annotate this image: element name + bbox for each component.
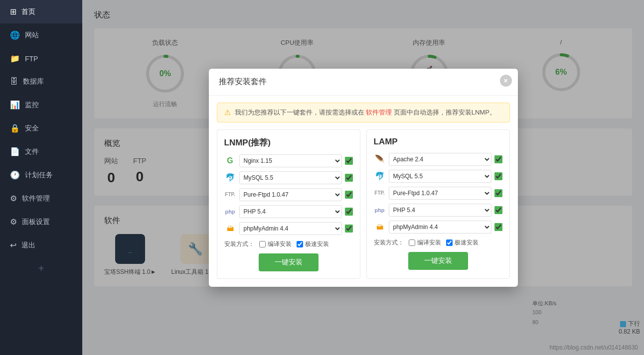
sidebar: ⊞ 首页 🌐 网站 📁 FTP 🗄 数据库 📊 监控 🔒 安全 📄 文件 🕐 计… bbox=[0, 0, 82, 355]
lamp-ftp-select[interactable]: Pure-Ftpd 1.0.47 bbox=[389, 187, 491, 200]
lnmp-compile-check[interactable] bbox=[259, 241, 266, 247]
sidebar-item-settings[interactable]: ⚙ 面板设置 bbox=[0, 210, 82, 234]
lamp-phpmyadmin-check[interactable] bbox=[494, 223, 502, 231]
lamp-method-label: 安装方式： bbox=[374, 238, 404, 247]
lamp-phpmyadmin-select[interactable]: phpMyAdmin 4.4 phpMyAdmin 4.8 bbox=[389, 221, 491, 234]
lnmp-fast-option: 极速安装 bbox=[297, 240, 329, 248]
lnmp-fast-label: 极速安装 bbox=[305, 240, 329, 248]
ftp-icon: 📁 bbox=[10, 54, 20, 63]
lnmp-mysql-row: 🐬 MySQL 5.5 MySQL 5.6 MySQL 5.7 bbox=[224, 171, 353, 184]
lamp-php-icon: php bbox=[374, 204, 386, 216]
install-panels: LNMP(推荐) G Nginx 1.15 Nginx 1.14 Nginx 1… bbox=[209, 129, 518, 287]
sidebar-item-label: 网站 bbox=[25, 31, 39, 40]
security-icon: 🔒 bbox=[10, 123, 20, 133]
sidebar-item-label: 首页 bbox=[21, 7, 35, 16]
lnmp-ftp-select[interactable]: Pure-Ftpd 1.0.47 bbox=[239, 188, 342, 201]
sidebar-item-software[interactable]: ⚙ 软件管理 bbox=[0, 187, 82, 210]
sidebar-item-label: 计划任务 bbox=[25, 171, 53, 180]
lamp-compile-check[interactable] bbox=[409, 239, 415, 246]
lnmp-install-method: 安装方式： 编译安装 极速安装 bbox=[224, 240, 353, 248]
lnmp-php-row: php PHP 5.4 PHP 7.0 PHP 7.2 bbox=[224, 205, 353, 218]
lamp-php-check[interactable] bbox=[494, 206, 502, 214]
sidebar-item-cron[interactable]: 🕐 计划任务 bbox=[0, 163, 82, 187]
lnmp-ftp-icon: FTP. bbox=[224, 189, 236, 201]
cron-icon: 🕐 bbox=[10, 170, 20, 180]
lnmp-panel: LNMP(推荐) G Nginx 1.15 Nginx 1.14 Nginx 1… bbox=[217, 129, 360, 279]
home-icon: ⊞ bbox=[10, 7, 16, 16]
sidebar-item-label: 监控 bbox=[25, 101, 39, 110]
software-icon: ⚙ bbox=[10, 194, 17, 203]
sidebar-item-label: FTP bbox=[25, 55, 38, 63]
warning-icon: ⚠ bbox=[224, 108, 231, 117]
lnmp-php-select[interactable]: PHP 5.4 PHP 7.0 PHP 7.2 bbox=[239, 205, 342, 218]
sidebar-item-home[interactable]: ⊞ 首页 bbox=[0, 0, 82, 23]
modal-dialog: 推荐安装套件 × ⚠ 我们为您推荐以下一键套件，请按需选择或在 软件管理 页面中… bbox=[209, 69, 518, 287]
sidebar-item-label: 退出 bbox=[21, 241, 35, 250]
sidebar-item-website[interactable]: 🌐 网站 bbox=[0, 23, 82, 47]
sidebar-item-monitor[interactable]: 📊 监控 bbox=[0, 93, 82, 117]
lnmp-phpmyadmin-icon: 🏔 bbox=[224, 223, 236, 235]
logout-icon: ↩ bbox=[10, 240, 16, 250]
main-content: 状态 负载状态 0% 运行流畅 CPU使用率 bbox=[82, 0, 644, 355]
lnmp-mysql-select[interactable]: MySQL 5.5 MySQL 5.6 MySQL 5.7 bbox=[239, 171, 342, 184]
modal-close-button[interactable]: × bbox=[500, 75, 512, 87]
website-icon: 🌐 bbox=[10, 30, 20, 40]
files-icon: 📄 bbox=[10, 147, 20, 156]
lnmp-php-check[interactable] bbox=[345, 208, 353, 216]
lnmp-fast-check[interactable] bbox=[297, 241, 303, 247]
lnmp-nginx-select[interactable]: Nginx 1.15 Nginx 1.14 Nginx 1.12 bbox=[239, 154, 342, 167]
lamp-mysql-icon: 🐬 bbox=[374, 170, 386, 182]
sidebar-item-label: 软件管理 bbox=[22, 194, 50, 203]
lamp-mysql-check[interactable] bbox=[494, 172, 502, 180]
database-icon: 🗄 bbox=[10, 77, 18, 86]
lamp-phpmyadmin-icon: 🏔 bbox=[374, 221, 386, 233]
apache-icon: 🪶 bbox=[374, 153, 386, 165]
lamp-ftp-check[interactable] bbox=[494, 189, 502, 197]
lamp-fast-label: 极速安装 bbox=[455, 238, 479, 247]
sidebar-item-ftp[interactable]: 📁 FTP bbox=[0, 47, 82, 70]
lamp-compile-label: 编译安装 bbox=[417, 238, 441, 247]
lnmp-phpmyadmin-check[interactable] bbox=[345, 225, 353, 233]
sidebar-item-database[interactable]: 🗄 数据库 bbox=[0, 70, 82, 93]
lnmp-nginx-check[interactable] bbox=[345, 157, 353, 165]
lamp-install-button[interactable]: 一键安装 bbox=[408, 252, 468, 270]
monitor-icon: 📊 bbox=[10, 100, 20, 110]
lamp-ftp-icon: FTP. bbox=[374, 187, 386, 199]
sidebar-item-label: 安全 bbox=[25, 124, 39, 133]
lamp-ftp-row: FTP. Pure-Ftpd 1.0.47 bbox=[374, 187, 502, 200]
sidebar-item-files[interactable]: 📄 文件 bbox=[0, 140, 82, 163]
lamp-install-method: 安装方式： 编译安装 极速安装 bbox=[374, 238, 502, 247]
sidebar-add-button[interactable]: + bbox=[0, 257, 82, 280]
warning-link[interactable]: 软件管理 bbox=[366, 109, 392, 116]
lnmp-install-button[interactable]: 一键安装 bbox=[259, 253, 319, 271]
lamp-compile-option: 编译安装 bbox=[409, 238, 441, 247]
warning-text: 我们为您推荐以下一键套件，请按需选择或在 软件管理 页面中自动选择，推荐安装LN… bbox=[235, 108, 496, 117]
lamp-apache-check[interactable] bbox=[494, 155, 502, 163]
lnmp-compile-option: 编译安装 bbox=[259, 240, 292, 248]
lamp-php-row: php PHP 5.4 PHP 7.0 PHP 7.2 bbox=[374, 204, 502, 217]
lnmp-compile-label: 编译安装 bbox=[268, 240, 292, 248]
sidebar-item-label: 文件 bbox=[25, 147, 39, 156]
nginx-icon: G bbox=[224, 155, 236, 167]
lnmp-ftp-check[interactable] bbox=[345, 191, 353, 199]
lamp-php-select[interactable]: PHP 5.4 PHP 7.0 PHP 7.2 bbox=[389, 204, 491, 217]
sidebar-item-security[interactable]: 🔒 安全 bbox=[0, 117, 82, 140]
lnmp-php-icon: php bbox=[224, 206, 236, 218]
sidebar-item-logout[interactable]: ↩ 退出 bbox=[0, 234, 82, 257]
lamp-fast-check[interactable] bbox=[446, 239, 453, 246]
modal-header: 推荐安装套件 bbox=[209, 69, 518, 96]
warning-bar: ⚠ 我们为您推荐以下一键套件，请按需选择或在 软件管理 页面中自动选择，推荐安装… bbox=[217, 103, 510, 122]
modal-overlay: 推荐安装套件 × ⚠ 我们为您推荐以下一键套件，请按需选择或在 软件管理 页面中… bbox=[82, 0, 644, 355]
lnmp-ftp-row: FTP. Pure-Ftpd 1.0.47 bbox=[224, 188, 353, 201]
lnmp-phpmyadmin-row: 🏔 phpMyAdmin 4.4 phpMyAdmin 4.8 bbox=[224, 222, 353, 235]
lnmp-mysql-check[interactable] bbox=[345, 174, 353, 182]
lamp-mysql-select[interactable]: MySQL 5.5 MySQL 5.6 MySQL 5.7 bbox=[389, 170, 491, 183]
lamp-apache-row: 🪶 Apache 2.4 Apache 2.2 bbox=[374, 153, 502, 166]
lamp-panel: LAMP 🪶 Apache 2.4 Apache 2.2 🐬 bbox=[366, 129, 510, 279]
lamp-apache-select[interactable]: Apache 2.4 Apache 2.2 bbox=[389, 153, 491, 166]
lamp-mysql-row: 🐬 MySQL 5.5 MySQL 5.6 MySQL 5.7 bbox=[374, 170, 502, 183]
lnmp-phpmyadmin-select[interactable]: phpMyAdmin 4.4 phpMyAdmin 4.8 bbox=[239, 222, 342, 235]
sidebar-item-label: 面板设置 bbox=[22, 218, 50, 227]
lnmp-nginx-row: G Nginx 1.15 Nginx 1.14 Nginx 1.12 bbox=[224, 154, 353, 167]
sidebar-item-label: 数据库 bbox=[23, 77, 44, 86]
